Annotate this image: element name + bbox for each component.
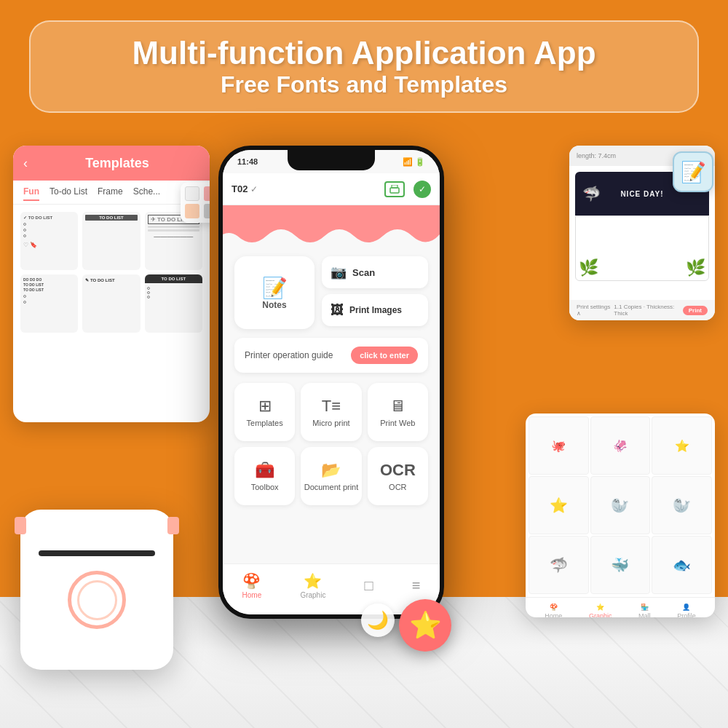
color-swatch-white[interactable] xyxy=(185,186,199,201)
print-web-label: Print Web xyxy=(380,419,415,427)
document-print-icon-item[interactable]: 📂 Document print xyxy=(301,447,361,505)
app-content: 📝 Notes 📷 Scan 🖼 Print Images xyxy=(223,245,440,523)
sticker-mall-icon: 🏪 xyxy=(641,604,649,611)
templates-header: ‹ Templates xyxy=(13,146,210,181)
sticker-nav-home[interactable]: 🍄 Home xyxy=(545,604,562,617)
sticker-6[interactable]: 🦭 xyxy=(652,476,712,534)
sticker-home-label: Home xyxy=(545,612,562,617)
sticker-panel: 🐙 🦑 ⭐ ⭐ 🦭 🦭 🦈 🐳 🐟 🍄 Home ⭐ Graphic 🏪 Mal… xyxy=(526,414,715,617)
printer-tab-left-top xyxy=(15,517,26,534)
scan-label: Scan xyxy=(352,267,375,278)
phone-notch xyxy=(288,150,375,170)
check-icon[interactable]: ✓ xyxy=(414,181,431,198)
print-button[interactable]: Print xyxy=(683,306,708,315)
sticker-graphic-icon: ⭐ xyxy=(596,604,604,611)
tab-fun[interactable]: Fun xyxy=(23,186,39,201)
corner-decor-left: 🌿 xyxy=(579,258,598,277)
sticker-nav-mall[interactable]: 🏪 Mall xyxy=(638,604,651,617)
printer-device xyxy=(20,510,173,670)
sticker-home-icon: 🍄 xyxy=(550,604,558,611)
color-swatch-peach[interactable] xyxy=(185,204,199,218)
thickness-label: 1.1 Copies · Thickness: Thick xyxy=(614,304,679,317)
sticker-nav-profile[interactable]: 👤 Profile xyxy=(677,604,696,617)
tab-todo[interactable]: To-do List xyxy=(50,186,87,201)
tab-frame[interactable]: Frame xyxy=(98,186,123,201)
sticker-7[interactable]: 🦈 xyxy=(529,536,589,594)
notes-label: Notes xyxy=(262,300,286,310)
bottom-nav-bars[interactable]: ≡ xyxy=(412,577,421,594)
star-badge[interactable]: ⭐ xyxy=(399,599,451,652)
sticker-grid: 🐙 🦑 ⭐ ⭐ 🦭 🦭 🦈 🐳 🐟 xyxy=(526,414,715,597)
moon-badge: 🌙 xyxy=(361,604,395,637)
phone-frame: 11:48 📶 🔋 T02 ✓ ✓ xyxy=(218,146,444,619)
print-images-label: Print Images xyxy=(349,305,402,315)
click-to-enter-btn[interactable]: click to enter xyxy=(351,347,418,364)
templates-grid: ✓ TO DO LIST ♡ 🔖 TO DO LIST ✈ TO DO LIST… xyxy=(13,205,210,340)
ocr-label: OCR xyxy=(389,483,406,491)
sticker-5[interactable]: 🦭 xyxy=(590,476,651,534)
sticker-2[interactable]: 🦑 xyxy=(590,416,651,475)
template-5[interactable]: ✎ TO DO LIST xyxy=(82,274,140,333)
header-title: Multi-function Application App xyxy=(52,35,676,71)
header-subtitle: Free Fonts and Templates xyxy=(52,71,676,98)
print-settings-label: Print settings ∧ xyxy=(577,304,611,317)
status-time: 11:48 xyxy=(237,157,258,166)
sticker-1[interactable]: 🐙 xyxy=(529,416,589,475)
sticker-profile-icon: 👤 xyxy=(682,604,690,611)
sticker-9[interactable]: 🐟 xyxy=(652,536,712,594)
ocr-icon-item[interactable]: OCR OCR xyxy=(368,447,428,505)
corner-decor-right: 🌿 xyxy=(686,258,705,277)
color-swatch-pink[interactable] xyxy=(204,186,210,201)
top-row: 📝 Notes 📷 Scan 🖼 Print Images xyxy=(234,256,428,329)
ocr-icon: OCR xyxy=(380,461,416,480)
template-4[interactable]: DO DO DO TO DO LIST TO DO LIST xyxy=(20,274,78,333)
micro-print-icon: T≡ xyxy=(322,397,341,416)
square-icon: □ xyxy=(365,577,373,594)
sticker-nav-graphic[interactable]: ⭐ Graphic xyxy=(589,604,612,617)
printer-tab-right-top xyxy=(167,517,179,534)
edit-icon-badge[interactable]: 📝 xyxy=(673,151,713,192)
bottom-nav-square[interactable]: □ xyxy=(365,577,373,594)
toolbox-icon: 🧰 xyxy=(255,461,274,480)
home-icon: 🍄 xyxy=(242,572,261,590)
nav-check-small: ✓ xyxy=(250,184,258,194)
bottom-nav-graphic[interactable]: ⭐ Graphic xyxy=(300,572,325,599)
header-banner: Multi-function Application App Free Font… xyxy=(29,20,699,113)
back-icon[interactable]: ‹ xyxy=(23,156,28,171)
color-picker xyxy=(181,182,210,223)
document-print-label: Document print xyxy=(304,483,359,491)
graphic-label: Graphic xyxy=(300,591,325,599)
print-icon[interactable] xyxy=(384,181,405,197)
bars-icon: ≡ xyxy=(412,577,421,594)
sticker-3[interactable]: ⭐ xyxy=(652,416,712,475)
sticker-bottom-nav: 🍄 Home ⭐ Graphic 🏪 Mall 👤 Profile xyxy=(526,597,715,617)
micro-print-icon-item[interactable]: T≡ Micro print xyxy=(301,383,361,441)
phone-container: 11:48 📶 🔋 T02 ✓ ✓ xyxy=(218,146,444,619)
bottom-nav-home[interactable]: 🍄 Home xyxy=(242,572,262,599)
print-images-card[interactable]: 🖼 Print Images xyxy=(322,294,428,326)
template-6[interactable]: TO DO LIST xyxy=(145,274,202,333)
scan-icon: 📷 xyxy=(331,264,347,280)
sticker-graphic-label: Graphic xyxy=(589,612,612,617)
template-1[interactable]: ✓ TO DO LIST ♡ 🔖 xyxy=(20,212,78,270)
print-images-icon: 🖼 xyxy=(331,303,344,318)
printer-button[interactable] xyxy=(68,571,126,629)
print-web-icon-item[interactable]: 🖥 Print Web xyxy=(368,383,428,441)
sticker-8[interactable]: 🐳 xyxy=(590,536,651,594)
templates-icon-item[interactable]: ⊞ Templates xyxy=(234,383,295,441)
scan-card[interactable]: 📷 Scan xyxy=(322,256,428,288)
templates-title: Templates xyxy=(35,156,199,171)
template-2[interactable]: TO DO LIST xyxy=(82,212,140,270)
templates-panel: ‹ Templates Fun To-do List Frame Sche...… xyxy=(13,146,210,422)
printer-guide: Printer operation guide click to enter xyxy=(234,338,428,373)
templates-icon-label: Templates xyxy=(247,419,283,427)
tab-schedule[interactable]: Sche... xyxy=(133,186,160,201)
micro-print-label: Micro print xyxy=(312,419,349,427)
sticker-4[interactable]: ⭐ xyxy=(529,476,589,534)
toolbox-label: Toolbox xyxy=(251,483,279,491)
templates-grid-icon: ⊞ xyxy=(258,397,272,416)
color-swatch-gray[interactable] xyxy=(204,204,210,218)
toolbox-icon-item[interactable]: 🧰 Toolbox xyxy=(234,447,295,505)
status-icons: 📶 🔋 xyxy=(403,157,425,167)
notes-card[interactable]: 📝 Notes xyxy=(234,256,314,329)
